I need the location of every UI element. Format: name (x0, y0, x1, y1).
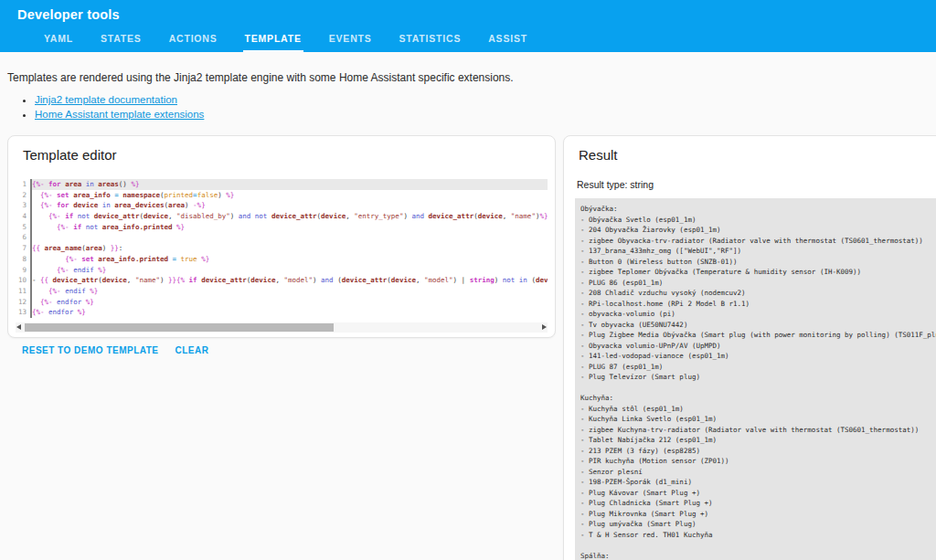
intro-text: Templates are rendered using the Jinja2 … (7, 71, 929, 84)
docs-links: Jinja2 template documentation Home Assis… (7, 94, 929, 120)
page-title: Developer tools (0, 0, 936, 22)
code-editor[interactable]: 12345678910111213 {%- for area in areas(… (16, 179, 548, 318)
tab-template[interactable]: TEMPLATE (243, 33, 303, 52)
scrollbar-thumb[interactable] (25, 323, 334, 332)
tab-yaml[interactable]: YAML (42, 33, 75, 52)
tab-statistics[interactable]: STATISTICS (398, 33, 463, 52)
template-editor-title: Template editor (8, 136, 555, 170)
app-header: Developer tools YAMLSTATESACTIONSTEMPLAT… (0, 0, 936, 52)
docs-link-item: Home Assistant template extensions (35, 109, 929, 120)
code-line[interactable]: {%- set area_info = namespace(printed=fa… (32, 190, 548, 201)
code-line[interactable]: {%- endfor %} (32, 297, 548, 308)
editor-code[interactable]: {%- for area in areas() %} {%- set area_… (32, 179, 548, 318)
code-line[interactable]: {%- for device in area_devices(area) -%} (32, 200, 548, 211)
scroll-left-arrow-icon[interactable] (16, 324, 21, 330)
result-title: Result (564, 136, 936, 170)
tab-actions[interactable]: ACTIONS (167, 33, 219, 52)
editor-hscrollbar[interactable] (16, 322, 548, 333)
code-line[interactable]: {%- set area_info.printed = true %} (32, 254, 548, 265)
tab-events[interactable]: EVENTS (327, 33, 374, 52)
tab-bar: YAMLSTATESACTIONSTEMPLATEEVENTSSTATISTIC… (42, 33, 529, 52)
result-output: Obývačka: - Obývačka Svetlo (esp01_1m) -… (575, 198, 936, 560)
result-card: Result Result type: string Obývačka: - O… (563, 135, 936, 560)
editor-actions: RESET TO DEMO TEMPLATE CLEAR (22, 345, 208, 355)
ha-extensions-link[interactable]: Home Assistant template extensions (35, 109, 204, 120)
code-line[interactable]: {%- if not area_info.printed %} (32, 222, 548, 233)
result-type-label: Result type: string (564, 170, 936, 190)
template-editor-card: Template editor 12345678910111213 {%- fo… (7, 135, 556, 338)
code-line[interactable]: {%- endfor %} (32, 307, 548, 318)
reset-demo-template-button[interactable]: RESET TO DEMO TEMPLATE (22, 345, 159, 355)
editor-gutter: 12345678910111213 (16, 179, 32, 318)
scroll-right-arrow-icon[interactable] (542, 324, 547, 330)
docs-link-item: Jinja2 template documentation (35, 94, 929, 105)
code-line[interactable] (32, 232, 548, 243)
jinja2-docs-link[interactable]: Jinja2 template documentation (35, 94, 177, 105)
code-line[interactable]: {%- endif %} (32, 286, 548, 297)
code-line[interactable]: - {{ device_attr(device, "name") }}{% if… (32, 275, 548, 286)
tab-assist[interactable]: ASSIST (486, 33, 529, 52)
code-line[interactable]: {%- if not device_attr(device, "disabled… (32, 211, 548, 222)
code-line[interactable]: {{ area_name(area) }}: (32, 243, 548, 254)
intro-section: Templates are rendered using the Jinja2 … (0, 52, 936, 120)
code-line[interactable]: {%- endif %} (32, 265, 548, 276)
clear-button[interactable]: CLEAR (176, 345, 209, 355)
code-line[interactable]: {%- for area in areas() %} (32, 179, 548, 190)
tab-states[interactable]: STATES (99, 33, 144, 52)
